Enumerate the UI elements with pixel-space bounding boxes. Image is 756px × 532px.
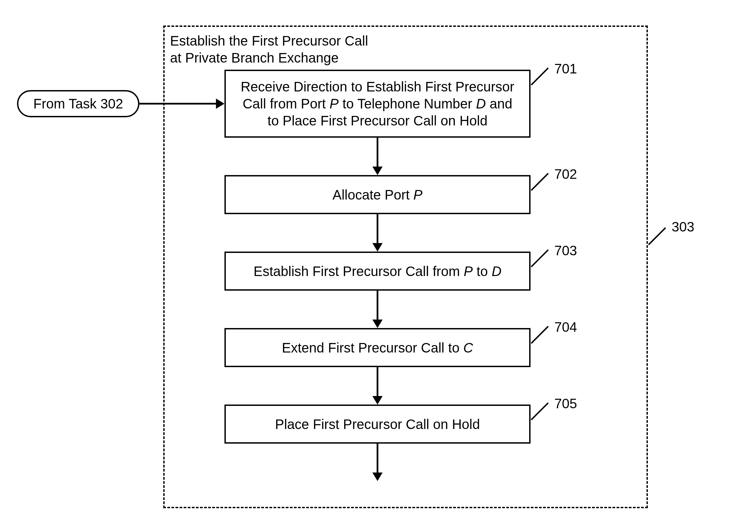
entry-pill-label: From Task 302 [33,96,123,111]
step-702: Allocate Port P [224,175,531,214]
step-704: Extend First Precursor Call to C [224,328,531,367]
container-title-line1: Establish the First Precursor Call [170,33,368,48]
container-title: Establish the First Precursor Call at Pr… [170,32,368,66]
step-705: Place First Precursor Call on Hold [224,405,531,444]
step-701: Receive Direction to Establish First Pre… [224,70,531,138]
step-701-text: Receive Direction to Establish First Pre… [236,78,519,129]
step-702-text: Allocate Port P [333,186,423,203]
leader-303 [647,226,667,246]
step-703-text: Establish First Precursor Call from P to… [253,263,501,280]
ref-701: 701 [554,61,577,76]
ref-303: 303 [672,219,694,235]
ref-702: 702 [554,167,577,182]
step-704-text: Extend First Precursor Call to C [282,339,473,356]
entry-pill: From Task 302 [17,90,139,117]
step-705-text: Place First Precursor Call on Hold [275,416,480,433]
container-title-line2: at Private Branch Exchange [170,50,339,65]
ref-705: 705 [554,396,577,411]
ref-704: 704 [554,320,577,335]
ref-703: 703 [554,243,577,258]
flowchart-canvas: Establish the First Precursor Call at Pr… [0,0,756,532]
step-703: Establish First Precursor Call from P to… [224,252,531,291]
